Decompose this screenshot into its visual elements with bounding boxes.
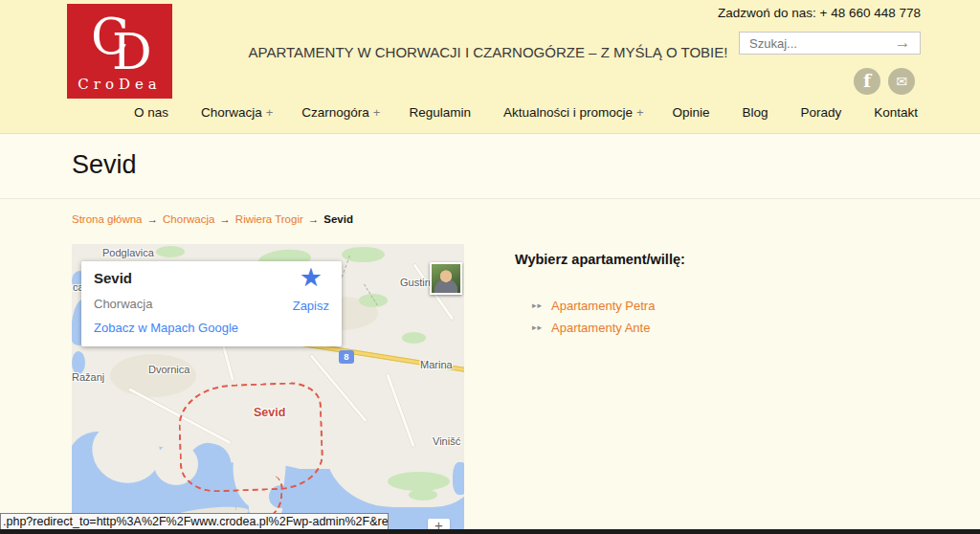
route-shield-8: 8 [339,350,354,364]
phone-number: Zadzwoń do nas: + 48 660 448 778 [718,6,921,20]
breadcrumb: Strona główna→Chorwacja→Riwiera Trogir→S… [72,213,353,225]
map-label-vinisc: Vinišć [433,435,460,447]
search-box: → [739,32,921,55]
nav-item-o-nas[interactable]: O nas [134,105,172,120]
list-item: ▸▸Apartamenty Ante [532,319,650,334]
nav-item-aktualnosci[interactable]: Aktualności i promocje+ [503,105,644,120]
main-nav: O nas Chorwacja+ Czarnogóra+ Regulamin A… [134,105,922,120]
map-card-subtitle: Chorwacja [94,297,152,311]
google-map-embed[interactable]: 8 Podglavica ca Gustirna Marina Dvornica… [72,244,464,534]
site-header: Zadzwoń do nas: + 48 660 448 778 C D Cro… [0,0,980,134]
plus-icon: + [636,105,644,120]
list-item: ▸▸Apartamenty Petra [532,297,655,312]
title-bar: Sevid [0,135,980,199]
nav-item-opinie[interactable]: Opinie [673,105,714,120]
nav-item-porady[interactable]: Porady [800,105,845,120]
choose-apartment-heading: Wybierz apartament/willę: [515,252,685,267]
double-arrow-icon: ▸▸ [532,323,543,332]
map-vegetation [156,246,185,257]
nav-item-czarnogora[interactable]: Czarnogóra+ [301,105,380,120]
breadcrumb-home[interactable]: Strona główna [72,213,143,225]
logo-text: CroDea [67,76,172,93]
arrow-right-icon: → [214,213,235,225]
email-icon[interactable]: ✉ [888,68,915,95]
site-tagline: APARTAMENTY W CHORWACJI I CZARNOGÓRZE – … [230,44,746,60]
logo-monogram-d: D [112,27,152,77]
search-input[interactable] [749,34,888,52]
map-label-sevid: Sevid [254,406,285,419]
nav-item-kontakt[interactable]: Kontakt [874,105,922,120]
open-in-google-maps-link[interactable]: Zobacz w Mapach Google [94,321,238,335]
map-label-podglavica: Podglavica [102,247,154,258]
double-arrow-icon: ▸▸ [532,300,543,310]
map-card-title: Sevid [94,270,132,286]
facebook-icon[interactable]: f [854,68,880,95]
breadcrumb-chorwacja[interactable]: Chorwacja [163,213,214,225]
arrow-right-icon: → [895,33,911,52]
bottom-edge-bar [0,529,980,534]
arrow-right-icon: → [303,213,324,225]
page: Zadzwoń do nas: + 48 660 448 778 C D Cro… [0,0,980,534]
map-info-card: Sevid Chorwacja Zobacz w Mapach Google ★… [81,261,342,346]
page-title: Sevid [72,150,137,180]
plus-icon: + [266,105,274,120]
link-apartamenty-petra[interactable]: Apartamenty Petra [551,299,655,313]
map-vegetation [409,489,437,501]
nav-item-chorwacja[interactable]: Chorwacja+ [201,105,273,120]
map-water-inlet [453,462,464,495]
breadcrumb-riwiera-trogir[interactable]: Riwiera Trogir [235,213,303,225]
map-vegetation [388,472,450,491]
save-place-button[interactable]: Zapisz [293,299,329,313]
map-label-dvornica: Dvornica [148,364,189,375]
map-terrain [110,354,196,397]
plus-icon: + [373,105,381,120]
star-icon[interactable]: ★ [300,262,323,293]
map-vegetation [402,332,426,344]
arrow-right-icon: → [143,213,164,225]
breadcrumb-current: Sevid [323,213,353,225]
link-apartamenty-ante[interactable]: Apartamenty Ante [551,321,650,335]
map-label-razanj: Ražanj [72,371,104,383]
map-label-marina: Marina [420,359,453,370]
map-photo-thumbnail[interactable] [430,262,462,295]
search-submit-button[interactable]: → [891,33,914,54]
nav-item-regulamin[interactable]: Regulamin [409,105,475,120]
site-logo[interactable]: C D CroDea [67,4,172,99]
nav-item-blog[interactable]: Blog [743,105,772,120]
